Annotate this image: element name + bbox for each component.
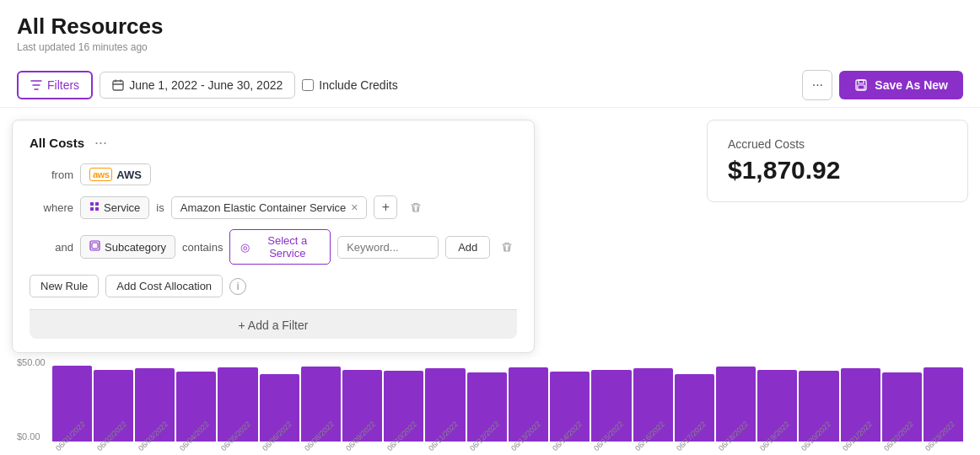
aws-badge[interactable]: aws AWS (80, 163, 151, 185)
info-icon[interactable]: i (229, 278, 246, 295)
contains-label: contains (182, 241, 223, 254)
is-label: is (156, 201, 164, 214)
delete-and-row-button[interactable] (497, 235, 517, 259)
save-as-new-button[interactable]: Save As New (839, 71, 963, 99)
y-label-top: $50.00 (17, 357, 46, 367)
page-wrapper: All Resources Last updated 16 minutes ag… (0, 0, 980, 455)
select-service-icon: ◎ (240, 241, 250, 254)
toolbar: Filters June 1, 2022 - June 30, 2022 Inc… (0, 63, 980, 108)
subcategory-tag[interactable]: Subcategory (80, 235, 175, 259)
new-rule-button[interactable]: New Rule (30, 275, 99, 297)
remove-service-tag[interactable]: × (351, 201, 358, 213)
save-icon (854, 78, 868, 92)
subcategory-svg (89, 240, 100, 251)
add-cost-allocation-button[interactable]: Add Cost Allocation (105, 275, 223, 297)
svg-rect-5 (95, 202, 99, 206)
where-row: where Service is Amazon Elastic Conta (30, 195, 517, 219)
delete-where-row-button[interactable] (404, 195, 428, 219)
svg-rect-2 (859, 80, 864, 83)
trash-icon-2 (501, 241, 513, 253)
service-tag-icon (89, 201, 100, 214)
accrued-label: Accrued Costs (728, 137, 947, 151)
add-filter-row[interactable]: + Add a Filter (30, 309, 517, 339)
panel-menu-button[interactable]: ··· (94, 134, 107, 152)
and-label: and (30, 241, 73, 254)
select-service-button[interactable]: ◎ Select a Service (229, 229, 331, 265)
service-value-tag: Amazon Elastic Container Service × (171, 196, 368, 219)
service-value: Amazon Elastic Container Service (180, 201, 347, 214)
keyword-input[interactable] (337, 236, 439, 259)
svg-rect-3 (858, 85, 864, 89)
svg-rect-4 (90, 202, 94, 206)
more-options-button[interactable]: ··· (802, 70, 832, 100)
from-label: from (30, 169, 73, 181)
aws-label: AWS (116, 169, 142, 181)
grid-icon (89, 201, 100, 211)
add-condition-button[interactable]: + (374, 195, 397, 219)
accrued-value: $1,870.92 (728, 156, 947, 185)
subcategory-label: Subcategory (105, 241, 166, 254)
date-range-button[interactable]: June 1, 2022 - June 30, 2022 (100, 72, 295, 99)
and-row: and Subcategory contains ◎ Select a Serv… (30, 229, 517, 265)
filter-button[interactable]: Filters (17, 71, 93, 99)
header: All Resources Last updated 16 minutes ag… (0, 0, 980, 53)
service-tag[interactable]: Service (80, 196, 149, 219)
aws-logo: aws (89, 168, 112, 181)
panel-header: All Costs ··· (30, 134, 517, 152)
svg-rect-0 (113, 81, 123, 90)
svg-rect-9 (92, 243, 98, 249)
where-label: where (30, 201, 73, 214)
last-updated: Last updated 16 minutes ago (17, 41, 963, 53)
include-credits-input[interactable] (302, 79, 314, 91)
filter-panel: All Costs ··· from aws AWS where (12, 120, 535, 353)
from-row: from aws AWS (30, 163, 517, 185)
chart-x-labels: 06/01/202206/02/202206/03/202206/04/2022… (17, 443, 963, 455)
action-row: New Rule Add Cost Allocation i (30, 275, 517, 297)
svg-rect-6 (90, 207, 94, 211)
include-credits-checkbox[interactable]: Include Credits (302, 78, 397, 92)
trash-icon (410, 201, 422, 213)
y-label-bottom: $0.00 (17, 431, 46, 442)
panel-title: All Costs (30, 136, 84, 150)
filter-icon (30, 79, 42, 91)
svg-rect-7 (95, 207, 99, 211)
page-title: All Resources (17, 13, 963, 40)
add-keyword-button[interactable]: Add (445, 236, 490, 259)
subcategory-icon (89, 240, 100, 254)
service-tag-label: Service (104, 201, 140, 214)
accrued-costs-panel: Accrued Costs $1,870.92 (707, 120, 968, 202)
calendar-icon (112, 79, 124, 91)
chart-y-labels: $50.00 $0.00 (17, 357, 46, 442)
